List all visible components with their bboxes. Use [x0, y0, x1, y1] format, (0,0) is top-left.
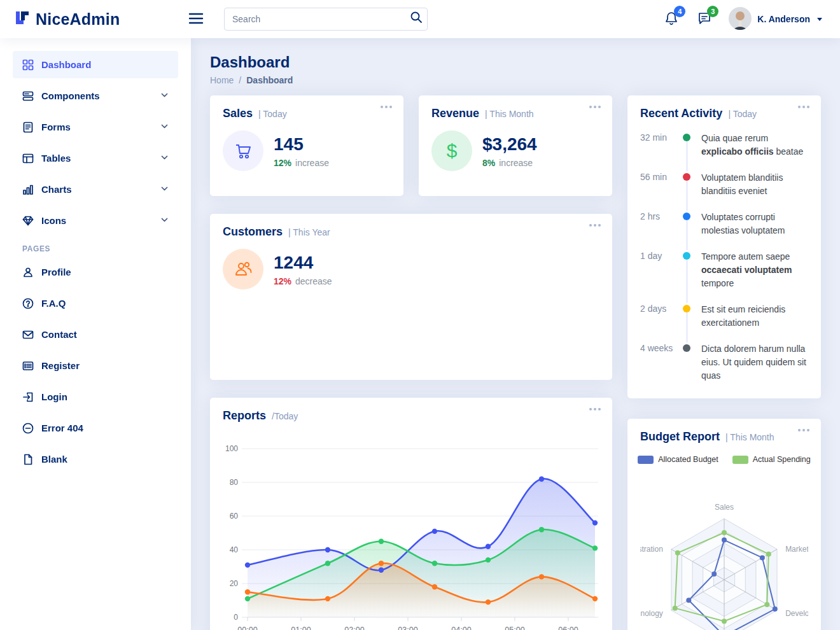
- customers-delta: 12%decrease: [274, 276, 332, 286]
- page-title: Dashboard: [210, 53, 821, 71]
- svg-text:40: 40: [230, 545, 239, 554]
- sidebar-item-tables[interactable]: Tables: [13, 144, 178, 172]
- brand-name: NiceAdmin: [36, 10, 120, 29]
- sidebar-item-label: Components: [41, 90, 100, 101]
- sidebar-item-dashboard[interactable]: Dashboard: [13, 51, 178, 78]
- sales-card-menu-button[interactable]: [378, 103, 395, 111]
- search-input[interactable]: [224, 8, 428, 31]
- activity-timeline: [680, 132, 694, 171]
- activity-timeline: [680, 342, 694, 395]
- toggle-sidebar-button[interactable]: [185, 10, 207, 29]
- grid-icon: [22, 59, 34, 71]
- svg-text:06:00: 06:00: [558, 626, 578, 630]
- activity-dot-icon: [683, 252, 690, 260]
- cart-icon: [223, 130, 263, 171]
- sidebar-item-icons[interactable]: Icons: [13, 207, 178, 234]
- svg-text:02:00: 02:00: [344, 626, 364, 630]
- sidebar-item-f-a-q[interactable]: F.A.Q: [13, 290, 178, 317]
- chat-icon: [697, 18, 712, 28]
- legend-item-allocated-budget[interactable]: Allocated Budget: [638, 455, 718, 464]
- activity-dot-icon: [683, 305, 690, 312]
- svg-text:20: 20: [230, 579, 239, 588]
- revenue-card: Revenue | This Month $ $3,264 8%increase: [419, 95, 612, 196]
- sidebar-item-login[interactable]: Login: [13, 383, 178, 410]
- sidebar-item-label: Tables: [41, 153, 71, 164]
- sidebar-item-components[interactable]: Components: [13, 82, 178, 109]
- svg-text:80: 80: [230, 478, 239, 487]
- reports-card-menu-button[interactable]: [587, 405, 603, 413]
- activity-text: Voluptates corrupti molestias voluptatem: [694, 211, 808, 250]
- svg-text:01:00: 01:00: [291, 626, 311, 630]
- budget-radar-chart: SalesMarketingDevelopmentCustomer Suppor…: [640, 486, 808, 630]
- chevron-down-icon: [160, 184, 169, 195]
- sidebar-item-label: Charts: [41, 184, 72, 195]
- revenue-card-title: Revenue | This Month: [419, 95, 612, 128]
- budget-chart-legend: Allocated BudgetActual Spending: [627, 455, 821, 464]
- header-nav: 4 3: [662, 7, 840, 32]
- activity-dot-icon: [683, 344, 690, 352]
- activity-item: 2 daysEst sit eum reiciendis exercitatio…: [640, 303, 808, 342]
- activity-timeline: [680, 250, 694, 303]
- sidebar-item-profile[interactable]: Profile: [13, 258, 178, 286]
- reports-chart: 00:0001:0002:0003:0004:0005:0006:0002040…: [219, 434, 601, 630]
- search-submit-button[interactable]: [410, 11, 423, 25]
- budget-card-menu-button[interactable]: [795, 426, 812, 434]
- sales-card-title: Sales | Today: [210, 95, 403, 128]
- customers-card-menu-button[interactable]: [587, 221, 603, 229]
- messages-badge: 3: [707, 6, 718, 17]
- sidebar-item-label: Login: [41, 391, 67, 402]
- activity-dot-icon: [683, 173, 690, 181]
- dash-circle-icon: [22, 422, 34, 434]
- customers-card-period: | This Year: [288, 227, 330, 237]
- reports-card-period: /Today: [272, 411, 298, 421]
- activity-text: Dicta dolorem harum nulla eius. Ut quide…: [694, 342, 808, 395]
- activity-item: 1 dayTempore autem saepe occaecati volup…: [640, 250, 808, 303]
- activity-dot-icon: [683, 134, 690, 141]
- question-circle-icon: [22, 297, 34, 309]
- activity-timeline: [680, 303, 694, 342]
- sidebar-item-label: Contact: [41, 329, 77, 340]
- sidebar-item-label: F.A.Q: [41, 298, 66, 309]
- activity-card-title: Recent Activity | Today: [627, 95, 821, 128]
- sidebar-item-error-404[interactable]: Error 404: [13, 414, 178, 442]
- sidebar-item-charts[interactable]: Charts: [13, 176, 178, 203]
- activity-timeline: [680, 171, 694, 211]
- recent-activity-card: Recent Activity | Today 32 minQuia quae …: [627, 95, 821, 398]
- sidebar-item-blank[interactable]: Blank: [13, 445, 178, 473]
- chevron-down-icon: [160, 122, 169, 132]
- sidebar-item-forms[interactable]: Forms: [13, 113, 178, 141]
- person-icon: [22, 266, 34, 278]
- activity-time: 32 min: [640, 132, 680, 171]
- sidebar-item-register[interactable]: Register: [13, 352, 178, 379]
- bell-icon: [664, 18, 679, 28]
- svg-text:04:00: 04:00: [451, 626, 471, 630]
- breadcrumb-home-link[interactable]: Home: [210, 75, 234, 85]
- journal-text-icon: [22, 121, 34, 133]
- sidebar-item-label: Icons: [41, 215, 66, 226]
- bar-chart-icon: [22, 183, 34, 195]
- notifications-button[interactable]: 4: [662, 10, 680, 29]
- revenue-card-menu-button[interactable]: [587, 103, 603, 111]
- reports-card: Reports /Today 00:0001:0002:0003:0004:00…: [210, 398, 612, 630]
- gem-icon: [22, 214, 34, 227]
- revenue-value: $3,264: [482, 134, 537, 155]
- activity-time: 2 days: [640, 303, 680, 342]
- svg-text:Administration: Administration: [640, 545, 663, 554]
- svg-text:Information Technology: Information Technology: [640, 609, 663, 618]
- svg-text:Marketing: Marketing: [785, 545, 808, 554]
- activity-time: 4 weeks: [640, 342, 680, 395]
- page-title-block: Dashboard Home / Dashboard: [210, 53, 821, 85]
- sidebar-item-label: Register: [41, 360, 80, 371]
- revenue-delta: 8%increase: [482, 158, 537, 168]
- breadcrumb-current: Dashboard: [246, 75, 293, 85]
- budget-card-title: Budget Report | This Month: [627, 419, 821, 451]
- profile-menu-button[interactable]: K. Anderson: [729, 7, 822, 32]
- search-icon: [410, 16, 423, 25]
- legend-item-actual-spending[interactable]: Actual Spending: [732, 455, 811, 464]
- activity-text: Tempore autem saepe occaecati voluptatem…: [694, 250, 808, 303]
- sidebar-item-contact[interactable]: Contact: [13, 321, 178, 348]
- brand-logo[interactable]: NiceAdmin: [0, 10, 177, 29]
- svg-text:60: 60: [230, 512, 239, 521]
- messages-button[interactable]: 3: [696, 10, 713, 29]
- activity-card-menu-button[interactable]: [795, 103, 812, 111]
